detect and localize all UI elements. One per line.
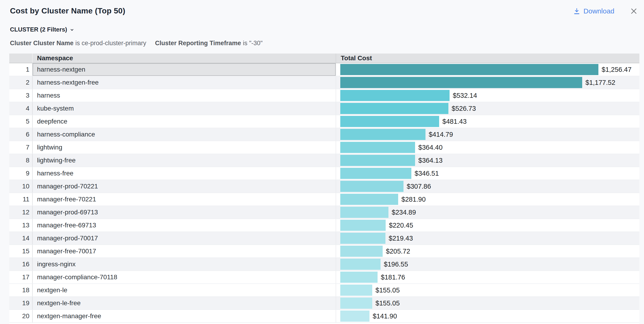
column-header-rank [9,54,33,63]
cost-value-label: $364.13 [418,157,442,164]
cost-bar [340,90,450,101]
table-row[interactable]: 3 harness $532.14 [9,89,639,102]
namespace-cell[interactable]: nextgen-manager-free [33,310,336,322]
namespace-cell[interactable]: lightwing [33,141,336,154]
cost-bar [340,129,426,140]
table-row[interactable]: 2 harness-nextgen-free $1,177.52 [9,76,639,89]
column-header-namespace[interactable]: Namespace [33,54,336,63]
row-rank: 18 [9,284,33,296]
table-row[interactable]: 8 lightwing-free $364.13 [9,154,639,167]
total-cost-cell: $234.89 [336,206,639,219]
total-cost-cell: $196.55 [336,258,639,270]
namespace-cell[interactable]: manager-prod-69713 [33,206,336,219]
namespace-cell[interactable]: harness [33,89,336,102]
namespace-cell[interactable]: kube-system [33,102,336,115]
row-rank: 6 [9,128,33,141]
close-button[interactable] [630,7,638,15]
table-row[interactable]: 4 kube-system $526.73 [9,102,639,115]
table-header-row: Namespace Total Cost [9,54,639,63]
namespace-cell[interactable]: harness-nextgen [33,63,336,76]
close-icon [630,7,638,15]
namespace-cell[interactable]: manager-prod-70017 [33,232,336,245]
table-row[interactable]: 19 nextgen-le-free $155.05 [9,297,639,310]
namespace-cell[interactable]: ingress-nginx [33,258,336,270]
page-title: Cost by Cluster Name (Top 50) [10,6,125,15]
row-rank: 9 [9,167,33,180]
row-rank: 7 [9,141,33,154]
table-row[interactable]: 5 deepfence $481.43 [9,115,639,128]
row-rank: 4 [9,102,33,115]
filter-criterion-cluster-name: Cluster Cluster Nameis ce-prod-cluster-p… [10,40,146,47]
cost-bar [340,246,383,257]
total-cost-cell: $532.14 [336,89,639,102]
filter-toggle-label: CLUSTER (2 Filters) [10,26,67,33]
total-cost-cell: $414.79 [336,128,639,141]
table-row[interactable]: 1 harness-nextgen $1,256.47 [9,63,639,76]
table-row[interactable]: 17 manager-compliance-70118 $181.76 [9,271,639,284]
namespace-cell[interactable]: nextgen-le-free [33,297,336,309]
namespace-cell[interactable]: manager-free-70017 [33,245,336,257]
table-row[interactable]: 15 manager-free-70017 $205.72 [9,245,639,258]
total-cost-cell: $364.13 [336,154,639,167]
column-header-total-cost[interactable]: Total Cost [336,54,639,63]
cost-bar [340,64,598,75]
namespace-cell[interactable]: harness-free [33,167,336,180]
cost-bar [340,103,448,114]
namespace-cell[interactable]: manager-prod-70221 [33,180,336,193]
row-rank: 3 [9,89,33,102]
total-cost-cell: $141.90 [336,310,639,322]
table-row[interactable]: 10 manager-prod-70221 $307.86 [9,180,639,193]
cost-value-label: $155.05 [376,299,400,307]
namespace-cell[interactable]: manager-free-69713 [33,219,336,232]
table-row[interactable]: 7 lightwing $364.40 [9,141,639,154]
namespace-cell[interactable]: manager-compliance-70118 [33,271,336,283]
total-cost-cell: $181.76 [336,271,639,283]
namespace-cell[interactable]: nextgen-le [33,284,336,296]
cost-value-label: $532.14 [453,92,477,99]
filter-toggle[interactable]: CLUSTER (2 Filters) [10,26,74,33]
row-rank: 10 [9,180,33,193]
cost-value-label: $234.89 [392,209,416,216]
table-row[interactable]: 16 ingress-nginx $196.55 [9,258,639,271]
total-cost-cell: $307.86 [336,180,639,193]
cost-bar [340,310,370,322]
total-cost-cell: $526.73 [336,102,639,115]
row-rank: 20 [9,310,33,322]
row-rank: 13 [9,219,33,232]
total-cost-cell: $155.05 [336,297,639,309]
cost-value-label: $219.43 [389,235,413,242]
total-cost-cell: $281.90 [336,193,639,206]
cost-bar [340,155,415,166]
table-row[interactable]: 13 manager-free-69713 $220.45 [9,219,639,232]
table-row[interactable]: 20 nextgen-manager-free $141.90 [9,310,639,323]
total-cost-cell: $346.51 [336,167,639,180]
table-row[interactable]: 14 manager-prod-70017 $219.43 [9,232,639,245]
total-cost-cell: $1,177.52 [336,76,639,89]
row-rank: 8 [9,154,33,167]
criterion-name: Cluster Reporting Timeframe [155,40,241,47]
cost-bar [340,220,386,231]
namespace-cell[interactable]: harness-nextgen-free [33,76,336,89]
cost-bar [340,168,411,179]
table-row[interactable]: 11 manager-free-70221 $281.90 [9,193,639,206]
total-cost-cell: $1,256.47 [336,63,639,76]
download-button[interactable]: Download [573,7,614,15]
total-cost-cell: $364.40 [336,141,639,154]
cost-table: Namespace Total Cost 1 harness-nextgen $… [9,54,639,324]
cost-bar [340,285,372,296]
namespace-cell[interactable]: deepfence [33,115,336,128]
cost-bar [340,181,404,192]
total-cost-cell: $481.43 [336,115,639,128]
table-row[interactable]: 6 harness-compliance $414.79 [9,128,639,141]
namespace-cell[interactable]: harness-compliance [33,128,336,141]
table-row[interactable]: 12 manager-prod-69713 $234.89 [9,206,639,219]
table-row[interactable]: 9 harness-free $346.51 [9,167,639,180]
table-row[interactable]: 18 nextgen-le $155.05 [9,284,639,297]
row-rank: 2 [9,76,33,89]
cost-value-label: $346.51 [414,170,439,177]
namespace-cell[interactable]: manager-free-70221 [33,193,336,206]
namespace-cell[interactable]: lightwing-free [33,154,336,167]
table-body: 1 harness-nextgen $1,256.47 2 harness-ne… [9,63,639,323]
row-rank: 15 [9,245,33,257]
total-cost-cell: $219.43 [336,232,639,245]
